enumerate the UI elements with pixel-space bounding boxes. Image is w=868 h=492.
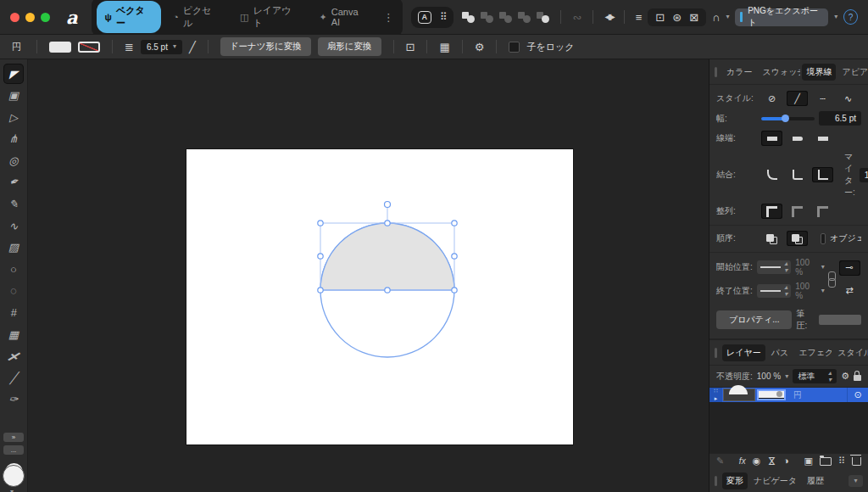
tab-vector-persona[interactable]: ψ ベクター xyxy=(97,1,161,33)
tab-layers[interactable]: レイヤー xyxy=(722,344,765,361)
isolation-grid-icon[interactable]: ▦ xyxy=(439,41,449,53)
move-tool-button[interactable]: ◤ xyxy=(3,64,24,84)
arrowheads-button[interactable]: ⋄ xyxy=(864,260,868,276)
alignment-icon[interactable]: ≡ xyxy=(636,12,643,23)
semicircle-shape[interactable] xyxy=(320,223,454,290)
snapping-magnet-icon[interactable]: ∩ xyxy=(712,12,720,23)
edit-layer-icon[interactable]: ✎ xyxy=(716,456,724,466)
export-png-button[interactable]: PNGをエクスポート xyxy=(735,8,828,26)
stroke-width-field[interactable]: 6.5 pt xyxy=(819,111,861,126)
layer-effects-icon[interactable]: fx xyxy=(739,457,746,466)
lock-layer-icon[interactable] xyxy=(854,375,861,381)
tab-layout-persona[interactable]: ◫ レイアウト xyxy=(231,1,308,33)
layers-drag-grip[interactable] xyxy=(715,348,717,358)
layer-grip[interactable]: ∷ ▸ xyxy=(709,388,722,402)
stroke-width-slider[interactable] xyxy=(761,117,815,120)
scale-stroke-icon[interactable]: ⊠ xyxy=(689,12,698,23)
stroke-width-dropdown[interactable]: 6.5 pt ▾ xyxy=(141,40,182,54)
link-positions-icon[interactable] xyxy=(828,271,836,288)
tab-history[interactable]: 履歴 xyxy=(803,472,828,489)
cap-square-button[interactable] xyxy=(812,131,833,146)
stroke-style-icon[interactable]: ╱ xyxy=(189,41,196,53)
properties-button[interactable]: プロパティ... xyxy=(716,310,792,329)
boolean-xor-button[interactable] xyxy=(518,12,531,23)
end-percent-value[interactable]: 100 % xyxy=(795,282,816,300)
stroke-width-icon[interactable]: ≣ xyxy=(125,41,134,53)
slider-knob[interactable] xyxy=(782,115,789,122)
fill-color-circle[interactable] xyxy=(3,465,25,487)
persona-more-icon[interactable]: ⋮ xyxy=(380,11,398,24)
more-tools-button[interactable]: ... xyxy=(3,445,24,455)
lock-children-checkbox[interactable] xyxy=(509,42,520,53)
boolean-intersect-button[interactable] xyxy=(499,12,512,23)
swap-ends-button[interactable]: ⇄ xyxy=(839,283,860,299)
translate-icon[interactable]: A xyxy=(418,11,431,24)
start-pressure-dropdown[interactable]: ▴▾ xyxy=(757,260,791,274)
selection-handle-top-right[interactable] xyxy=(452,221,457,226)
join-bevel-button[interactable] xyxy=(787,167,808,182)
layer-settings-gear-icon[interactable]: ⚙ xyxy=(841,372,849,381)
tab-pixel-persona[interactable]: ◔ ピクセル xyxy=(164,1,228,33)
opacity-caret-icon[interactable]: ▾ xyxy=(785,373,788,380)
align-inside-button[interactable] xyxy=(787,204,808,219)
fill-tool-button[interactable]: ▨ xyxy=(3,238,24,258)
color-picker-tool-button[interactable]: ✑ xyxy=(3,389,24,410)
export-caret-icon[interactable]: ▾ xyxy=(834,14,837,20)
measure-tool-button[interactable]: ╱ xyxy=(3,367,24,388)
panel-drag-grip[interactable] xyxy=(715,67,717,77)
scale-with-object-checkbox[interactable] xyxy=(821,233,826,244)
snapping-caret-icon[interactable]: ▾ xyxy=(726,14,729,20)
end-pressure-dropdown[interactable]: ▴▾ xyxy=(757,284,791,298)
reset-pressure-button[interactable] xyxy=(864,283,868,299)
convert-to-pie-button[interactable]: 扇形に変換 xyxy=(318,37,381,56)
tab-appearance[interactable]: アピアランス xyxy=(837,64,868,81)
help-button[interactable]: ? xyxy=(843,9,858,25)
align-center-button[interactable] xyxy=(761,204,782,219)
tab-navigator[interactable]: ナビゲータ xyxy=(749,472,801,489)
tab-effects[interactable]: エフェクト xyxy=(794,344,832,361)
align-outside-button[interactable] xyxy=(812,204,833,219)
join-miter-button[interactable] xyxy=(812,167,833,182)
place-image-tool-button[interactable]: ▦ xyxy=(3,324,24,344)
stroke-color-swatch[interactable] xyxy=(78,42,100,53)
new-pattern-layer-icon[interactable]: ⠿ xyxy=(838,456,845,466)
mesh-warp-tool-button[interactable]: # xyxy=(3,303,24,323)
canvas-viewport[interactable] xyxy=(28,59,709,492)
layer-name[interactable]: 円 xyxy=(787,388,847,402)
style-solid-button[interactable]: ╱ xyxy=(787,91,808,106)
vector-brush-tool-button[interactable]: ∿ xyxy=(3,215,24,236)
delete-layer-icon[interactable] xyxy=(852,457,861,466)
end-percent-caret-icon[interactable]: ▾ xyxy=(821,288,825,294)
frame-tool-button[interactable]: ▣ xyxy=(3,86,24,106)
selection-handle-top-left[interactable] xyxy=(318,221,323,226)
miter-field[interactable]: 1 xyxy=(860,168,868,182)
live-filter-icon[interactable]: ◑ xyxy=(783,456,789,466)
shape-builder-tool-button[interactable]: ◌ xyxy=(3,281,24,301)
tab-stroke[interactable]: 境界線 xyxy=(802,64,836,81)
convert-to-donut-button[interactable]: ドーナツ形に変換 xyxy=(220,37,311,56)
fill-stroke-indicator[interactable]: ▾ xyxy=(2,463,25,490)
layer-thumbnail[interactable] xyxy=(723,389,755,401)
layer-visibility-toggle[interactable]: ⊙ xyxy=(847,388,868,402)
layer-row-selected[interactable]: ∷ ▸ 円 ⊙ xyxy=(709,388,868,402)
rotation-handle[interactable] xyxy=(385,202,391,208)
layers-empty-area[interactable] xyxy=(709,402,868,453)
new-group-icon[interactable] xyxy=(820,457,832,466)
style-none-button[interactable]: ⊘ xyxy=(761,91,782,106)
apps-grid-icon[interactable]: ⠿ xyxy=(440,11,448,23)
expand-tools-button[interactable]: » xyxy=(3,433,24,442)
mask-layer-icon[interactable]: ◉ xyxy=(753,456,761,466)
start-percent-value[interactable]: 100 % xyxy=(795,258,816,277)
ellipse-tool-button[interactable]: ○ xyxy=(3,259,24,279)
order-behind-button[interactable] xyxy=(761,231,782,246)
insert-target-icon[interactable]: ⊡ xyxy=(406,41,415,53)
opacity-value[interactable]: 100 % xyxy=(757,372,781,381)
start-percent-caret-icon[interactable]: ▾ xyxy=(821,264,825,271)
transform-drag-grip[interactable] xyxy=(715,476,717,486)
style-brush-button[interactable]: ∿ xyxy=(837,91,859,106)
selection-handle-bottom-center[interactable] xyxy=(385,288,390,293)
adjustment-layer-icon[interactable]: ⋈ xyxy=(767,456,776,466)
corner-tool-button[interactable]: ⋔ xyxy=(3,129,24,149)
boolean-add-button[interactable] xyxy=(462,12,475,23)
tab-transform[interactable]: 変形 xyxy=(722,472,748,489)
